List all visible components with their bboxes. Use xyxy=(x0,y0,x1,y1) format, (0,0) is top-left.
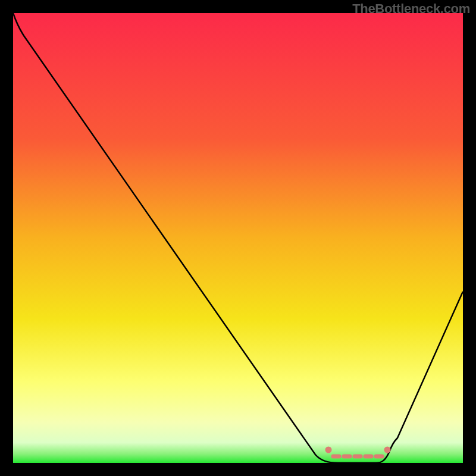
chart-stage: TheBottleneck.com xyxy=(0,0,476,476)
optimal-range-start-marker xyxy=(325,447,332,453)
optimal-range-end-marker xyxy=(384,447,391,453)
chart-background-gradient xyxy=(13,13,463,463)
bottleneck-chart xyxy=(0,0,476,476)
attribution-label: TheBottleneck.com xyxy=(352,1,470,17)
